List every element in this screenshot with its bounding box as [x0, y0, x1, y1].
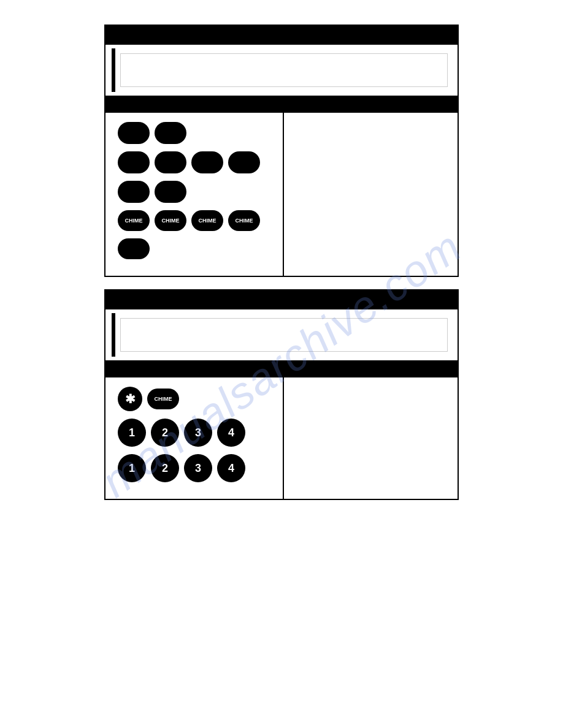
card-2: ✱ CHIME 1 2 3 4 1 2 3 4: [104, 289, 459, 500]
card2-num-3a[interactable]: 3: [184, 419, 212, 447]
card1-chime-1[interactable]: CHIME: [118, 210, 150, 231]
card1-btn-row3: [118, 181, 274, 203]
card2-btn-row1: ✱ CHIME: [118, 387, 274, 411]
card1-body-left: CHIME CHIME CHIME CHIME: [105, 113, 284, 276]
card2-chime-btn[interactable]: CHIME: [147, 389, 179, 409]
card1-btn-r2-1[interactable]: [118, 151, 150, 173]
card2-body: ✱ CHIME 1 2 3 4 1 2 3 4: [105, 377, 458, 499]
card2-num-1a[interactable]: 1: [118, 419, 146, 447]
card1-btn-row1: [118, 122, 274, 144]
card1-btn-r3-2[interactable]: [155, 181, 186, 203]
card2-num-4a[interactable]: 4: [217, 419, 245, 447]
card1-btn-r2-3[interactable]: [191, 151, 223, 173]
card1-btn-r1-2[interactable]: [155, 122, 186, 144]
card1-body-right: [284, 113, 458, 276]
card1-subheader: [105, 97, 458, 113]
card1-btn-r2-2[interactable]: [155, 151, 186, 173]
card1-chime-4[interactable]: CHIME: [228, 210, 260, 231]
card1-btn-r3-1[interactable]: [118, 181, 150, 203]
card2-num-2a[interactable]: 2: [151, 419, 179, 447]
card1-btn-row4: CHIME CHIME CHIME CHIME: [118, 210, 274, 231]
card2-num-2b[interactable]: 2: [151, 454, 179, 482]
card1-chime-3[interactable]: CHIME: [191, 210, 223, 231]
card1-subheader-left: [105, 97, 282, 112]
card2-num-3b[interactable]: 3: [184, 454, 212, 482]
card2-btn-row3: 1 2 3 4: [118, 454, 274, 482]
card-1: CHIME CHIME CHIME CHIME: [104, 25, 459, 277]
card1-body: CHIME CHIME CHIME CHIME: [105, 113, 458, 276]
card1-chime-2[interactable]: CHIME: [155, 210, 186, 231]
card2-subheader-left: [105, 362, 282, 376]
card2-btn-row2: 1 2 3 4: [118, 419, 274, 447]
card1-btn-row2: [118, 151, 274, 173]
card1-btn-r2-4[interactable]: [228, 151, 260, 173]
card2-text-block: [120, 318, 448, 352]
card2-subheader-right: [282, 362, 458, 376]
card2-body-left: ✱ CHIME 1 2 3 4 1 2 3 4: [105, 377, 284, 499]
card2-body-right: [284, 377, 458, 499]
card1-btn-row5: [118, 238, 274, 259]
card2-num-1b[interactable]: 1: [118, 454, 146, 482]
card1-text-block: [120, 53, 448, 87]
card2-num-4b[interactable]: 4: [217, 454, 245, 482]
card2-header: [105, 290, 458, 309]
card1-header: [105, 26, 458, 45]
card2-subheader: [105, 362, 458, 377]
card1-subheader-right: [282, 97, 458, 112]
page-container: CHIME CHIME CHIME CHIME: [0, 0, 563, 525]
card2-asterisk-btn[interactable]: ✱: [118, 387, 142, 411]
card1-btn-r5-1[interactable]: [118, 238, 150, 259]
card1-btn-r1-1[interactable]: [118, 122, 150, 144]
